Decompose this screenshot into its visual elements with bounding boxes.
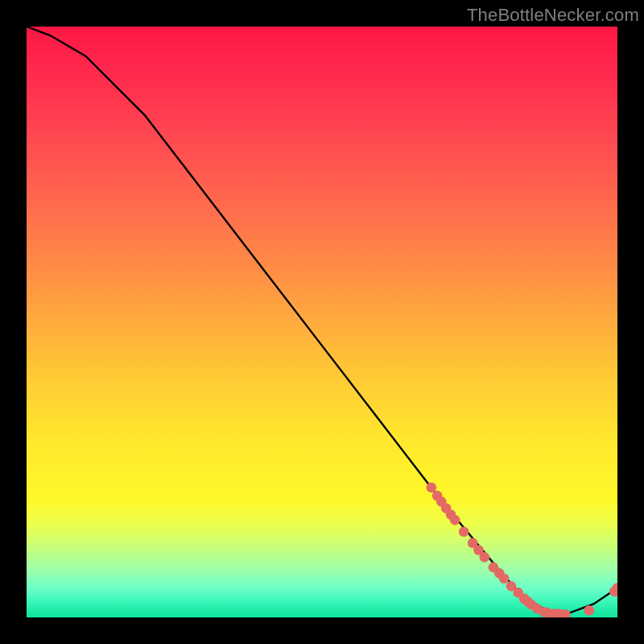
svg-point-12	[499, 573, 510, 584]
chart-svg	[27, 27, 617, 617]
svg-point-9	[480, 552, 490, 563]
chart-container: TheBottleNecker.com	[0, 0, 644, 644]
scatter-points	[426, 482, 617, 617]
svg-point-25	[584, 605, 594, 616]
svg-point-5	[450, 515, 460, 526]
svg-point-6	[459, 526, 469, 537]
svg-point-0	[426, 482, 436, 493]
watermark-text: TheBottleNecker.com	[467, 5, 639, 26]
plot-area	[27, 27, 617, 617]
curve-line	[27, 27, 617, 613]
